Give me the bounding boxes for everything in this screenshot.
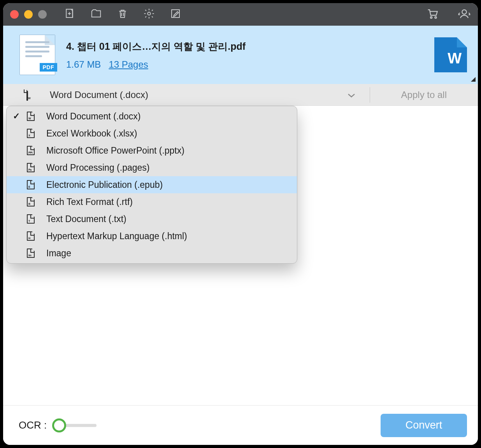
- settings-icon[interactable]: [143, 8, 155, 21]
- close-window-button[interactable]: [10, 10, 19, 19]
- app-window: PDF 4. 챕터 01 페이스…지의 역할 및 관리.pdf 1.67 MB …: [3, 3, 478, 445]
- format-file-icon: W: [26, 89, 28, 100]
- format-option[interactable]: PaWord Processing (.pages): [7, 159, 297, 176]
- svg-point-6: [435, 17, 436, 18]
- target-format-icon[interactable]: W: [434, 37, 467, 72]
- minimize-window-button[interactable]: [24, 10, 33, 19]
- format-option-label: Text Document (.txt): [46, 214, 126, 224]
- footer: OCR : Convert: [3, 405, 478, 445]
- toolbar-right: [426, 7, 471, 22]
- chevron-down-icon: [347, 89, 356, 100]
- add-file-icon[interactable]: [64, 8, 75, 21]
- format-option[interactable]: EElectronic Publication (.epub): [7, 176, 297, 193]
- file-pages-link[interactable]: 13 Pages: [109, 59, 148, 70]
- file-name: 4. 챕터 01 페이스…지의 역할 및 관리.pdf: [66, 40, 434, 53]
- file-type-icon: E: [24, 180, 46, 189]
- titlebar: [3, 3, 478, 26]
- svg-point-7: [462, 10, 466, 14]
- format-option[interactable]: HHypertext Markup Language (.html): [7, 228, 297, 245]
- file-row: PDF 4. 챕터 01 페이스…지의 역할 및 관리.pdf 1.67 MB …: [3, 26, 478, 84]
- pdf-thumbnail: PDF: [19, 35, 55, 75]
- selected-format-label: Word Document (.docx): [50, 89, 347, 100]
- file-type-icon: W: [24, 112, 46, 121]
- toggle-knob: [52, 418, 66, 432]
- pdf-badge: PDF: [40, 63, 58, 72]
- folder-icon[interactable]: [90, 8, 102, 21]
- format-option[interactable]: ✓WWord Document (.docx): [7, 108, 297, 125]
- format-option-label: Image: [46, 248, 71, 259]
- file-type-icon: Pa: [24, 163, 46, 172]
- file-type-icon: R: [24, 197, 46, 206]
- format-option[interactable]: XExcel Workbook (.xlsx): [7, 125, 297, 142]
- format-option-label: Hypertext Markup Language (.html): [46, 231, 187, 242]
- check-icon: ✓: [13, 111, 24, 121]
- ocr-toggle[interactable]: [54, 424, 97, 427]
- trash-icon[interactable]: [117, 8, 128, 21]
- file-meta: 4. 챕터 01 페이스…지의 역할 및 관리.pdf 1.67 MB 13 P…: [66, 40, 434, 70]
- file-type-icon: T: [24, 214, 46, 224]
- support-icon[interactable]: [458, 7, 471, 22]
- format-dropdown: ✓WWord Document (.docx)XExcel Workbook (…: [6, 106, 297, 264]
- file-type-icon: H: [24, 231, 46, 241]
- format-option-label: Electronic Publication (.epub): [46, 180, 163, 190]
- maximize-window-button[interactable]: [38, 10, 47, 19]
- cart-icon[interactable]: [426, 7, 439, 22]
- format-option-label: Excel Workbook (.xlsx): [46, 128, 137, 139]
- convert-button[interactable]: Convert: [381, 414, 467, 437]
- format-option[interactable]: imImage: [7, 245, 297, 262]
- svg-point-3: [147, 12, 151, 15]
- format-option-label: Word Processing (.pages): [46, 163, 149, 173]
- format-option-label: Rich Text Format (.rtf): [46, 197, 133, 207]
- traffic-lights: [10, 10, 47, 19]
- format-option-label: Word Document (.docx): [46, 111, 140, 122]
- divider: [370, 87, 370, 103]
- resize-handle-icon[interactable]: [471, 77, 476, 82]
- toolbar: [64, 8, 421, 21]
- file-type-icon: im: [24, 248, 46, 258]
- format-option[interactable]: TText Document (.txt): [7, 210, 297, 228]
- format-option[interactable]: RRich Text Format (.rtf): [7, 193, 297, 210]
- format-bar[interactable]: W Word Document (.docx) Apply to all: [3, 84, 478, 106]
- format-option[interactable]: PPtMicrosoft Office PowerPoint (.pptx): [7, 142, 297, 159]
- edit-icon[interactable]: [170, 8, 181, 21]
- apply-to-all-button[interactable]: Apply to all: [401, 89, 447, 100]
- file-size: 1.67 MB: [66, 59, 101, 70]
- file-type-icon: PPt: [24, 146, 46, 155]
- svg-point-5: [430, 17, 432, 18]
- format-option-label: Microsoft Office PowerPoint (.pptx): [46, 145, 184, 156]
- ocr-label: OCR :: [19, 419, 47, 431]
- file-type-icon: X: [24, 129, 46, 138]
